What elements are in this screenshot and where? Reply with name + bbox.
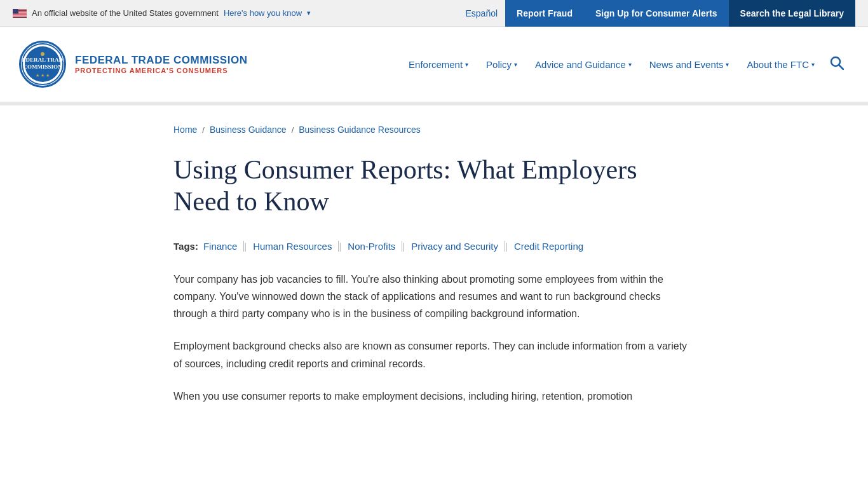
body-paragraph-3: When you use consumer reports to make em… (173, 388, 695, 405)
chevron-down-icon: ▾ (307, 9, 311, 17)
nav-advice[interactable]: Advice and Guidance ▾ (527, 54, 639, 75)
org-tagline: PROTECTING AMERICA'S CONSUMERS (75, 67, 247, 74)
tag-finance[interactable]: Finance (203, 241, 244, 252)
top-bar: An official website of the United States… (0, 0, 868, 27)
chevron-down-icon: ▾ (726, 61, 729, 68)
nav-news[interactable]: News and Events ▾ (642, 54, 737, 75)
nav-about[interactable]: About the FTC ▾ (739, 54, 822, 75)
logo-text: FEDERAL TRADE COMMISSION PROTECTING AMER… (75, 54, 247, 74)
chevron-down-icon: ▾ (465, 61, 468, 68)
breadcrumb-resources[interactable]: Business Guidance Resources (299, 125, 420, 135)
nav-about-label: About the FTC (747, 59, 809, 70)
official-text: An official website of the United States… (32, 8, 219, 18)
nav-policy[interactable]: Policy ▾ (478, 54, 525, 75)
chevron-down-icon: ▾ (628, 61, 632, 68)
svg-text:COMMISSION: COMMISSION (23, 64, 62, 70)
svg-rect-11 (13, 16, 27, 17)
org-name: FEDERAL TRADE COMMISSION (75, 54, 247, 67)
svg-text:FEDERAL TRADE: FEDERAL TRADE (21, 57, 64, 63)
tag-non-profits[interactable]: Non-Profits (341, 241, 402, 252)
body-paragraph-2: Employment background checks also are kn… (173, 337, 695, 372)
consumer-alerts-button[interactable]: Sign Up for Consumer Alerts (584, 0, 729, 27)
tag-human-resources[interactable]: Human Resources (247, 241, 339, 252)
tag-privacy-security[interactable]: Privacy and Security (405, 241, 505, 252)
official-notice: An official website of the United States… (13, 8, 311, 18)
espanol-link[interactable]: Español (465, 8, 498, 18)
main-nav: Enforcement ▾ Policy ▾ Advice and Guidan… (401, 51, 849, 78)
svg-rect-12 (13, 9, 18, 14)
body-paragraph-1: Your company has job vacancies to fill. … (173, 271, 695, 323)
nav-advice-label: Advice and Guidance (535, 59, 626, 70)
search-icon (830, 56, 844, 70)
nav-enforcement[interactable]: Enforcement ▾ (401, 54, 476, 75)
svg-line-20 (839, 65, 844, 69)
tags-row: Tags: Finance | Human Resources | Non-Pr… (173, 241, 695, 252)
svg-point-17 (41, 52, 44, 56)
page-title: Using Consumer Reports: What Employers N… (173, 154, 695, 218)
nav-enforcement-label: Enforcement (409, 59, 463, 70)
svg-rect-9 (13, 15, 27, 15)
tags-label: Tags: (173, 241, 198, 252)
tag-credit-reporting[interactable]: Credit Reporting (508, 241, 590, 252)
search-button[interactable] (825, 51, 849, 78)
chevron-down-icon: ▾ (811, 61, 815, 68)
ftc-seal: FEDERAL TRADE COMMISSION ★ ★ ★ (19, 41, 66, 88)
top-bar-actions: Español Report Fraud Sign Up for Consume… (465, 0, 855, 27)
site-logo-link[interactable]: FEDERAL TRADE COMMISSION ★ ★ ★ FEDERAL T… (19, 41, 247, 88)
chevron-down-icon: ▾ (514, 61, 517, 68)
report-fraud-button[interactable]: Report Fraud (505, 0, 584, 27)
search-legal-button[interactable]: Search the Legal Library (729, 0, 855, 27)
nav-news-label: News and Events (649, 59, 724, 70)
breadcrumb-separator: / (292, 125, 294, 135)
nav-policy-label: Policy (486, 59, 512, 70)
svg-rect-8 (13, 14, 27, 15)
breadcrumb-business-guidance[interactable]: Business Guidance (210, 125, 287, 135)
us-flag-icon (13, 9, 27, 18)
site-header: FEDERAL TRADE COMMISSION ★ ★ ★ FEDERAL T… (0, 27, 868, 103)
heres-how-link[interactable]: Here's how you know (224, 8, 302, 18)
breadcrumb-separator: / (202, 125, 205, 135)
svg-rect-7 (13, 13, 27, 14)
breadcrumb: Home / Business Guidance / Business Guid… (173, 105, 695, 141)
svg-rect-10 (13, 15, 27, 16)
breadcrumb-home[interactable]: Home (173, 125, 197, 135)
content-wrapper: Home / Business Guidance / Business Guid… (148, 105, 720, 458)
svg-text:★ ★ ★: ★ ★ ★ (36, 73, 50, 78)
